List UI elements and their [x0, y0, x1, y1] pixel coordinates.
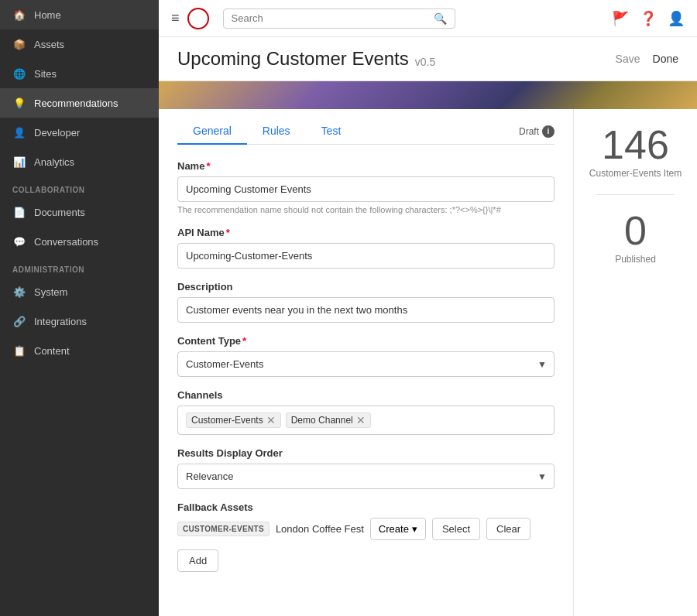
sidebar-item-developer[interactable]: 👤 Developer	[0, 118, 159, 147]
home-icon: 🏠	[12, 8, 26, 22]
results-order-label: Results Display Order	[177, 447, 555, 459]
sidebar-item-conversations-label: Conversations	[34, 236, 98, 248]
page-title: Upcoming Customer Events	[177, 48, 409, 70]
sidebar-item-sites[interactable]: 🌐 Sites	[0, 59, 159, 88]
api-name-input[interactable]	[177, 243, 555, 269]
sidebar-item-sites-label: Sites	[34, 68, 57, 80]
sidebar-item-system[interactable]: ⚙️ System	[0, 277, 159, 306]
sidebar-item-documents-label: Documents	[34, 207, 85, 218]
channels-label: Channels	[177, 389, 555, 401]
channel-dc-remove[interactable]: ✕	[356, 415, 366, 426]
sidebar: 🏠 Home 📦 Assets 🌐 Sites 💡 Recommendation…	[0, 0, 159, 616]
description-label: Description	[177, 281, 555, 293]
name-input[interactable]	[177, 176, 555, 202]
api-name-field-group: API Name *	[177, 227, 555, 269]
page-header: Upcoming Customer Events v0.5 Save Done	[159, 37, 697, 81]
sidebar-item-conversations[interactable]: 💬 Conversations	[0, 227, 159, 256]
hamburger-button[interactable]: ≡	[171, 10, 180, 26]
count-stat: 146 Customer-Events Item	[589, 125, 682, 179]
sidebar-item-integrations[interactable]: 🔗 Integrations	[0, 306, 159, 336]
channel-tag-dc: Demo Channel ✕	[286, 412, 371, 428]
topbar: ≡ 🔍 🚩 ❓ 👤	[159, 0, 697, 37]
search-input[interactable]	[232, 12, 429, 24]
topbar-actions: 🚩 ❓ 👤	[612, 10, 685, 27]
published-label: Published	[615, 254, 656, 265]
sites-icon: 🌐	[12, 67, 26, 80]
content-type-select[interactable]: Customer-Events	[177, 351, 555, 377]
sidebar-item-analytics-label: Analytics	[34, 156, 74, 168]
logo	[187, 8, 209, 29]
asset-name: London Coffee Fest	[276, 523, 364, 535]
form-panel: General Rules Test Draft i Name * The re…	[159, 109, 573, 616]
content-area: General Rules Test Draft i Name * The re…	[159, 109, 697, 616]
stat-divider	[596, 194, 675, 195]
create-button[interactable]: Create ▾	[370, 518, 426, 540]
sidebar-item-assets-label: Assets	[34, 39, 64, 50]
content-type-field-group: Content Type * Customer-Events ▼	[177, 335, 555, 377]
sidebar-item-system-label: System	[34, 286, 67, 298]
sidebar-item-integrations-label: Integrations	[34, 316, 87, 327]
sidebar-item-developer-label: Developer	[34, 127, 80, 139]
recommendations-icon: 💡	[12, 96, 26, 110]
sidebar-item-home-label: Home	[34, 9, 61, 21]
clear-button[interactable]: Clear	[486, 518, 530, 540]
create-label: Create	[379, 523, 409, 535]
results-order-field-group: Results Display Order Relevance ▼	[177, 447, 555, 489]
sidebar-item-content[interactable]: 📋 Content	[0, 336, 159, 365]
content-type-select-wrapper: Customer-Events ▼	[177, 351, 555, 377]
tab-general[interactable]: General	[177, 118, 247, 145]
sidebar-item-analytics[interactable]: 📊 Analytics	[0, 147, 159, 176]
help-icon[interactable]: ❓	[640, 10, 657, 27]
description-field-group: Description	[177, 281, 555, 323]
sidebar-item-recommendations[interactable]: 💡 Recommendations	[0, 88, 159, 118]
content-icon: 📋	[12, 344, 26, 358]
channel-ce-label: Customer-Events	[191, 415, 263, 426]
sidebar-item-assets[interactable]: 📦 Assets	[0, 29, 159, 59]
name-required: *	[206, 160, 210, 172]
integrations-icon: 🔗	[12, 314, 26, 328]
description-input[interactable]	[177, 297, 555, 323]
results-order-select-wrapper: Relevance ▼	[177, 464, 555, 489]
flag-icon[interactable]: 🚩	[612, 10, 629, 27]
user-icon[interactable]: 👤	[668, 10, 685, 27]
search-box[interactable]: 🔍	[223, 9, 455, 29]
fallback-assets-field-group: Fallback Assets CUSTOMER-EVENTS London C…	[177, 501, 555, 572]
channel-ce-remove[interactable]: ✕	[266, 415, 276, 426]
channels-field-group: Channels Customer-Events ✕ Demo Channel …	[177, 389, 555, 435]
count-label: Customer-Events Item	[589, 168, 682, 179]
content-type-required: *	[242, 335, 246, 347]
sidebar-item-documents[interactable]: 📄 Documents	[0, 197, 159, 227]
banner	[159, 81, 697, 109]
sidebar-item-home[interactable]: 🏠 Home	[0, 0, 159, 29]
tab-test[interactable]: Test	[306, 118, 357, 145]
documents-icon: 📄	[12, 205, 26, 219]
results-order-select[interactable]: Relevance	[177, 464, 555, 489]
name-hint: The recommendation name should not conta…	[177, 205, 555, 214]
published-stat: 0 Published	[615, 210, 656, 265]
sidebar-item-recommendations-label: Recommendations	[34, 98, 118, 109]
tab-rules[interactable]: Rules	[247, 118, 306, 145]
fallback-assets-label: Fallback Assets	[177, 501, 555, 513]
name-label: Name *	[177, 160, 555, 172]
select-button[interactable]: Select	[432, 518, 480, 540]
name-field-group: Name * The recommendation name should no…	[177, 160, 555, 214]
administration-section-label: ADMINISTRATION	[0, 256, 159, 277]
analytics-icon: 📊	[12, 155, 26, 169]
sidebar-item-content-label: Content	[34, 345, 70, 357]
api-name-label: API Name *	[177, 227, 555, 238]
save-button[interactable]: Save	[616, 53, 640, 65]
assets-icon: 📦	[12, 37, 26, 51]
done-button[interactable]: Done	[653, 53, 678, 65]
channels-input[interactable]: Customer-Events ✕ Demo Channel ✕	[177, 406, 555, 435]
search-icon: 🔍	[434, 12, 447, 25]
add-button[interactable]: Add	[177, 549, 218, 572]
tabs: General Rules Test Draft i	[177, 109, 555, 145]
system-icon: ⚙️	[12, 285, 26, 299]
channel-tag-ce: Customer-Events ✕	[186, 412, 281, 428]
published-number: 0	[615, 210, 656, 251]
draft-info-icon[interactable]: i	[542, 125, 555, 138]
conversations-icon: 💬	[12, 234, 26, 248]
draft-label: Draft	[519, 126, 539, 137]
main-area: ≡ 🔍 🚩 ❓ 👤 Upcoming Customer Events v0.5 …	[159, 0, 697, 616]
count-number: 146	[589, 125, 682, 165]
